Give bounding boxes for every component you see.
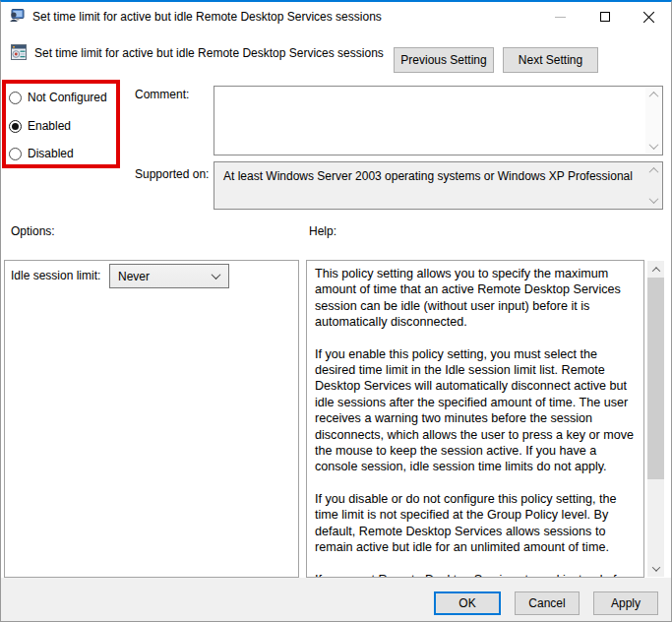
group-policy-user-icon — [9, 8, 25, 24]
minimize-button[interactable] — [538, 2, 582, 31]
chevron-down-icon[interactable] — [648, 140, 658, 150]
policy-setting-dialog: Set time limit for active but idle Remot… — [0, 0, 672, 622]
idle-session-limit-label: Idle session limit: — [11, 269, 100, 282]
idle-session-limit-dropdown[interactable]: Never — [109, 264, 229, 288]
scroll-down-button[interactable] — [647, 560, 664, 577]
supported-on-label: Supported on: — [135, 167, 209, 181]
next-setting-button[interactable]: Next Setting — [503, 47, 598, 73]
help-text: This policy setting allows you to specif… — [315, 266, 640, 578]
setting-title: Set time limit for active but idle Remot… — [34, 46, 384, 60]
supported-on-textbox: At least Windows Server 2003 operating s… — [214, 161, 663, 210]
supported-on-value: At least Windows Server 2003 operating s… — [223, 169, 641, 183]
radio-not-configured[interactable]: Not Configured — [9, 90, 107, 105]
cancel-button[interactable]: Cancel — [515, 591, 580, 615]
chevron-down-icon — [651, 563, 659, 571]
help-section-label: Help: — [309, 224, 336, 238]
window-title: Set time limit for active but idle Remot… — [32, 10, 382, 24]
maximize-icon — [600, 12, 610, 22]
help-textbox[interactable]: This policy setting allows you to specif… — [306, 260, 644, 578]
scroll-up-button[interactable] — [647, 261, 664, 278]
comment-textbox[interactable] — [214, 86, 663, 156]
chevron-up-icon[interactable] — [648, 92, 658, 101]
chevron-down-icon — [648, 194, 658, 204]
radio-disabled[interactable]: Disabled — [9, 146, 74, 161]
scrollbar-thumb[interactable] — [647, 278, 664, 479]
supported-scroll-column — [645, 163, 661, 208]
chevron-down-icon — [212, 270, 221, 280]
radio-label: Not Configured — [28, 91, 107, 104]
dropdown-selected-value: Never — [118, 270, 150, 283]
options-section-label: Options: — [11, 224, 55, 238]
minimize-icon — [555, 17, 566, 18]
chevron-up-icon — [648, 167, 658, 177]
options-panel — [4, 260, 299, 578]
help-scrollbar[interactable] — [647, 261, 664, 577]
maximize-button[interactable] — [582, 2, 627, 31]
apply-button[interactable]: Apply — [593, 591, 658, 615]
radio-enabled[interactable]: Enabled — [9, 118, 71, 134]
chevron-up-icon — [651, 267, 659, 275]
close-icon — [642, 11, 655, 24]
titlebar[interactable]: Set time limit for active but idle Remot… — [1, 2, 671, 31]
policy-setting-icon — [11, 44, 27, 60]
radio-label: Enabled — [28, 119, 71, 133]
radio-circle-icon — [9, 120, 22, 133]
previous-setting-button[interactable]: Previous Setting — [394, 47, 494, 73]
comment-scroll-column — [645, 88, 661, 154]
comment-label: Comment: — [135, 88, 189, 101]
close-button[interactable] — [627, 2, 671, 31]
ok-button[interactable]: OK — [434, 591, 501, 615]
radio-label: Disabled — [28, 147, 74, 160]
radio-circle-icon — [9, 92, 22, 104]
radio-circle-icon — [9, 148, 22, 160]
